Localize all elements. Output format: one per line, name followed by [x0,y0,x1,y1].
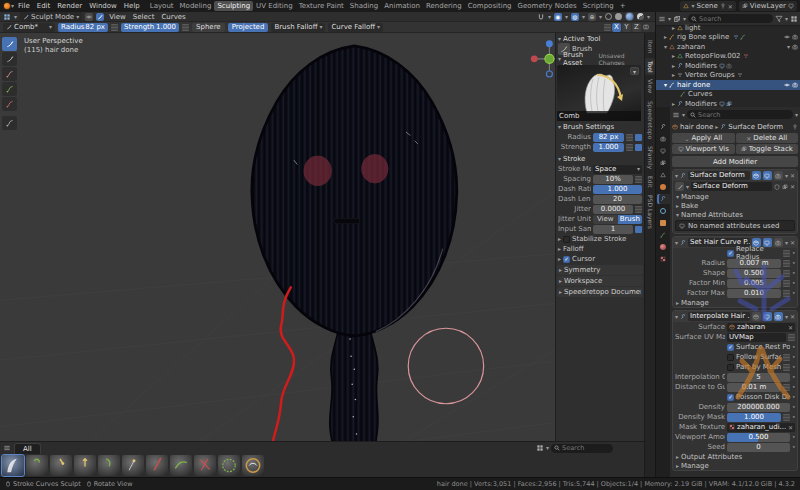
outliner-row-light[interactable]: ▸light [656,23,800,33]
uvmap-field[interactable]: UVMap [727,333,786,342]
active-tool-header[interactable]: ▾Active Tool [557,34,643,44]
manage-section[interactable]: ▸Manage [673,298,797,307]
strength-slider[interactable]: Strength1.000 [121,23,179,32]
curve-falloff-dropdown[interactable]: Curve Falloff▾ [328,23,383,32]
brush-falloff-dropdown[interactable]: Brush Falloff▾ [271,23,325,32]
extras-icon[interactable]: ▾ [785,240,788,246]
add-modifier-button[interactable]: Add Modifier [672,156,798,167]
workspace-tab-sculpting[interactable]: Sculpting [214,1,253,11]
tab-scene[interactable] [657,170,670,180]
density-mask-slider[interactable]: 1.000 [727,413,781,422]
modifier-name[interactable]: Interpolate Hair ... [688,312,750,321]
factor-max-field[interactable]: 0.010 [727,289,781,298]
properties-filter-icon[interactable] [672,111,680,119]
outliner-row-zaharan[interactable]: ▾zaharan▾ [656,42,800,52]
part-mesh-checkbox[interactable] [727,364,734,371]
workspace-tab-texture-paint[interactable]: Texture Paint [296,1,347,11]
named-attributes-section[interactable]: ▾Named Attributes [673,210,797,219]
brush-preview[interactable]: ▾ Comb [557,65,641,121]
new-collection-icon[interactable] [790,15,798,23]
outliner-row-retopoflow[interactable]: ▸RetopoFlow.002 [656,52,800,62]
brush-thumb-2[interactable] [26,455,48,476]
render-layer-icon[interactable] [788,3,794,9]
unlink-icon[interactable]: ✕ [728,3,733,10]
scene-selector[interactable]: ▾ Scene ✕ [680,1,735,11]
rest-position-checkbox[interactable]: ✓ [727,344,734,351]
tab-material[interactable] [657,242,670,252]
sidebar-tab-sfamily[interactable]: SFamily [645,143,655,172]
extras-icon[interactable]: ▾ [785,314,788,320]
gizmos-icon[interactable]: ⊕ [588,13,596,21]
strength-anim-icon[interactable] [635,144,642,151]
anim-icon[interactable] [783,280,790,287]
outliner-row-rig[interactable]: ▸rig Bone spline [656,33,800,43]
tab-modifiers[interactable] [657,194,670,204]
anim-icon[interactable] [783,384,790,391]
output-attributes-section[interactable]: ▸Output Attributes [673,452,797,461]
workspace-tab-shading[interactable]: Shading [347,1,381,11]
snap-magnet-icon[interactable] [537,13,545,21]
menu-edit[interactable]: Edit [34,2,54,10]
shading-solid-icon[interactable] [615,13,622,20]
surface-object-field[interactable]: zaharan✕ [727,323,795,332]
strength-field[interactable]: 1.000 [593,143,624,152]
menu-file[interactable]: File [15,2,33,10]
viewport-vis-button[interactable]: Viewport Vis [672,144,735,154]
workspace-tab-compositing[interactable]: Compositing [465,1,515,11]
eye-icon[interactable] [784,82,790,88]
outliner-row-modifiers-2[interactable]: ▸Modifiers [656,99,800,107]
shading-material-icon[interactable] [626,13,633,20]
extras-icon[interactable]: ▾ [785,173,788,179]
modifier-header[interactable]: ▾ Surface Deform ▾ ✕ [673,170,797,181]
workspace-tab-animation[interactable]: Animation [381,1,423,11]
copy-icon[interactable] [782,184,788,190]
tab-physics[interactable] [657,206,670,216]
properties-search[interactable] [687,110,793,119]
jitter-field[interactable]: 0.0000 [593,205,633,214]
shelf-menu-icon[interactable] [3,444,11,452]
falloff-section[interactable]: Falloff [563,245,584,253]
tab-data[interactable] [657,230,670,240]
brush-thumb-6[interactable] [122,455,144,476]
brush-thumb-9[interactable] [194,455,216,476]
shelf-tab-all[interactable]: All [14,443,41,454]
breadcrumb-modifier[interactable]: Surface Deform [728,123,783,131]
mirror-x-button[interactable]: X [612,23,621,32]
shelf-search[interactable] [551,444,613,453]
bake-section[interactable]: ▸Bake [673,201,797,210]
preview-expand-icon[interactable]: ▾ [630,67,639,75]
cursor-section[interactable]: Cursor [572,255,595,263]
workspace-tab-geometry-nodes[interactable]: Geometry Nodes [515,1,580,11]
tool-delete-curves[interactable] [2,97,17,111]
tool-add-curves[interactable] [2,82,17,96]
breadcrumb-object[interactable]: hair done [680,123,713,131]
tab-output[interactable] [657,146,670,156]
anim-icon[interactable] [783,364,790,371]
mirror-z-button[interactable]: Z [632,23,641,32]
tab-tool[interactable] [657,122,670,132]
manage-section[interactable]: ▸Manage [673,461,797,470]
realtime-toggle-icon[interactable] [763,312,772,321]
brush-settings-header[interactable]: ▾Brush Settings [557,122,643,132]
funnel-icon[interactable] [775,15,783,23]
spacing-pressure-icon[interactable] [635,176,642,183]
outliner-filter-icon[interactable] [673,15,681,23]
asset-icon[interactable] [675,182,684,191]
cursor-checkbox[interactable]: ✓ [563,256,570,263]
edit-mode-toggle-icon[interactable] [752,312,761,321]
brush-selector[interactable]: Comb*▾ [3,23,55,32]
overlays-icon[interactable]: ◍ [571,13,579,21]
menu-select[interactable]: Select [131,13,157,21]
radius-pressure-icon[interactable] [111,24,118,31]
outliner-row-hair-done[interactable]: ▾hair done [656,80,800,90]
menu-view[interactable]: View [107,13,128,21]
blender-logo-icon[interactable]: ▾ [3,2,14,11]
pin-icon[interactable] [720,3,726,9]
input-samples-field[interactable]: 1 [593,225,633,234]
camera-icon[interactable] [792,44,798,50]
stroke-method-dropdown[interactable]: Space▾ [593,165,642,174]
tool-slide[interactable] [2,116,17,130]
radius-field[interactable]: 82 px [593,133,624,142]
dash-length-field[interactable]: 20 [593,195,642,204]
anim-icon[interactable] [783,354,790,361]
